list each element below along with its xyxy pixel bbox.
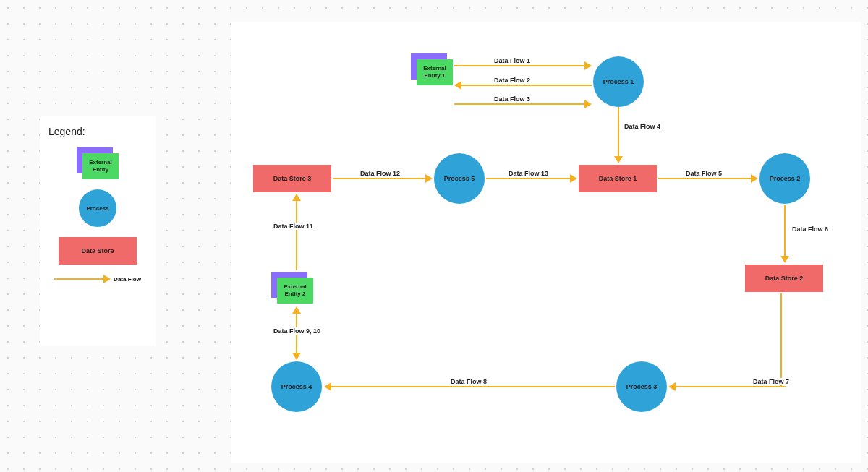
node-external-entity-2[interactable]: ExternalEntity 2 xyxy=(271,272,313,304)
arrow-icon xyxy=(103,275,111,283)
process-icon: Process xyxy=(79,189,116,227)
node-data-store-3[interactable]: Data Store 3 xyxy=(253,165,331,192)
node-process-3[interactable]: Process 3 xyxy=(616,361,667,412)
node-external-entity-1[interactable]: ExternalEntity 1 xyxy=(411,53,453,85)
legend-title: Legend: xyxy=(48,126,147,137)
flow-11[interactable] xyxy=(292,194,301,270)
flow-6-label: Data Flow 6 xyxy=(790,226,830,233)
external-entity-icon: ExternalEntity xyxy=(77,147,119,179)
flow-6[interactable] xyxy=(780,205,789,263)
diagram-canvas[interactable]: ExternalEntity 1 Process 1 Data Flow 1 D… xyxy=(231,22,861,463)
flow-12-label: Data Flow 12 xyxy=(358,170,402,177)
legend-item-data-flow: Data Flow xyxy=(48,275,147,283)
legend-flow-label: Data Flow xyxy=(114,276,141,283)
external-entity-icon: ExternalEntity 2 xyxy=(271,272,313,304)
legend-item-external-entity: ExternalEntity xyxy=(48,147,147,179)
flow-1-label: Data Flow 1 xyxy=(492,57,532,64)
flow-7-label: Data Flow 7 xyxy=(751,378,791,385)
node-data-store-1[interactable]: Data Store 1 xyxy=(579,165,657,192)
flow-2-label: Data Flow 2 xyxy=(492,77,532,84)
legend-item-process: Process xyxy=(48,189,147,227)
flow-9-10-label: Data Flow 9, 10 xyxy=(271,327,323,335)
node-process-5[interactable]: Process 5 xyxy=(434,153,485,204)
flow-13-label: Data Flow 13 xyxy=(506,170,550,177)
node-process-4[interactable]: Process 4 xyxy=(271,361,322,412)
node-process-2[interactable]: Process 2 xyxy=(760,153,810,204)
flow-8-label: Data Flow 8 xyxy=(448,378,489,385)
flow-5-label: Data Flow 5 xyxy=(684,170,724,177)
flow-4[interactable] xyxy=(614,107,623,163)
node-data-store-2[interactable]: Data Store 2 xyxy=(745,265,823,292)
external-entity-icon: ExternalEntity 1 xyxy=(411,53,453,85)
flow-7-v[interactable] xyxy=(780,293,782,387)
legend-panel: Legend: ExternalEntity Process Data Stor… xyxy=(40,116,156,346)
legend-item-data-store: Data Store xyxy=(48,237,147,265)
flow-4-label: Data Flow 4 xyxy=(622,123,663,130)
node-process-1[interactable]: Process 1 xyxy=(593,56,644,107)
flow-11-label: Data Flow 11 xyxy=(271,223,315,230)
flow-3-label: Data Flow 3 xyxy=(492,95,532,103)
data-store-icon: Data Store xyxy=(59,237,137,265)
